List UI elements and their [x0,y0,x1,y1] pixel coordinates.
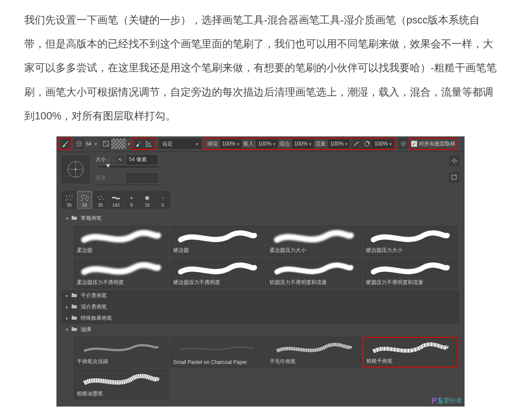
panel-gear-icon[interactable] [449,155,459,166]
brush-cell[interactable]: 软圆压力不透明度和流量 [267,258,361,288]
brush-preset-icon[interactable] [74,139,84,149]
brush-thumb[interactable]: 39 [62,191,76,208]
svg-point-36 [81,195,82,196]
oil-brush-grid: 干画笔尖浅描 Small Pastel on Charcoal Paper 干毛… [62,335,459,401]
smoothing-icon[interactable] [362,139,372,149]
brush-cell-rough-dry[interactable]: 粗糙干画笔 [363,337,458,367]
photoshop-panel: 54 ▾ ▾ 自定 ▾ 潮湿: 100%▾ 载入: 100%▾ 混合: 100%… [56,136,465,407]
sample-all-highlight: ✓ 对所有图层取样 [409,138,457,150]
chevron-down-icon: ▾ [66,216,71,221]
brush-cell[interactable]: 干画笔尖浅描 [74,337,168,367]
hardness-value[interactable] [127,174,157,182]
airbrush-icon[interactable] [351,139,362,149]
brush-cell[interactable]: 柔边圆压力大小 [267,226,361,256]
texture-swatch-icon[interactable] [111,139,126,149]
brush-cell[interactable]: 柔边圆 [74,226,168,256]
svg-point-30 [66,196,67,197]
brush-cell[interactable]: 硬圆压力不透明度和流量 [363,258,458,288]
chevron-right-icon: ▸ [66,316,71,321]
svg-point-7 [79,146,79,146]
brush-cell[interactable]: 硬边圆压力大小 [363,226,458,256]
clean-brush-icon[interactable] [144,139,154,149]
hardness-label: 硬度： [96,174,116,182]
svg-point-47 [102,198,103,199]
mix-value[interactable]: 100%▾ [292,139,314,148]
params-highlight: 潮湿: 100%▾ 载入: 100%▾ 混合: 100%▾ 流量: 100%▾ … [204,138,396,150]
watermark: PS 爱好者 www.psahz.com [432,397,462,406]
svg-point-40 [82,198,83,198]
brush-cell[interactable]: Small Pastel on Charcoal Paper [170,337,265,367]
wet-value[interactable]: 100%▾ [220,139,242,148]
brush-cell[interactable]: 干毛巾画笔 [267,337,361,367]
svg-point-1 [79,141,79,142]
brush-tree: ▾ 常规画笔 柔边圆 硬边圆 柔边圆压力大小 硬边圆压力大小 柔边圆压力不透明度… [62,213,459,401]
brush-thumb-row: 39 54 39 143 8 18 5 [62,191,459,208]
article-text: 我们先设置一下画笔（关键的一步），选择画笔工具-混合器画笔工具-湿介质画笔（ps… [24,14,497,122]
svg-line-17 [405,146,406,146]
svg-point-4 [79,143,79,144]
smoothing-value[interactable]: 100%▾ [372,139,394,148]
flow-value[interactable]: 100%▾ [328,139,350,148]
svg-line-18 [401,146,402,146]
svg-point-32 [72,196,73,197]
folder-oil[interactable]: ▾ 油漆 [62,324,459,335]
brush-cell[interactable]: 硬边圆 [170,226,265,256]
sample-all-label: 对所有图层取样 [419,140,455,148]
svg-point-46 [99,199,100,200]
brush-tip-preview[interactable] [62,155,89,183]
brush-thumb[interactable]: 8 [124,191,139,208]
folder-wet[interactable]: ▸ 湿介质画笔 [62,301,459,313]
svg-point-0 [77,142,78,142]
brush-size-number: 54 [86,141,91,146]
svg-point-24 [453,159,455,162]
size-value[interactable]: 54 像素 [127,155,157,164]
new-preset-icon[interactable] [449,172,459,182]
clean-brush-highlight [132,138,156,150]
folder-regular[interactable]: ▾ 常规画笔 [62,213,459,224]
load-brush-icon[interactable] [133,139,144,149]
svg-point-6 [77,145,78,146]
svg-line-19 [405,142,406,142]
load-label: 载入: [243,140,255,148]
brush-thumb[interactable]: 5 [155,191,170,208]
options-bar: 54 ▾ ▾ 自定 ▾ 潮湿: 100%▾ 载入: 100%▾ 混合: 100%… [56,136,465,152]
brush-cell[interactable]: 柔边圆压力不透明度 [74,258,168,288]
tool-icon-highlight [58,138,72,150]
svg-point-2 [80,142,81,142]
sample-all-layers-checkbox[interactable]: ✓ [411,141,417,147]
brush-settings-toggle-icon[interactable] [101,139,111,149]
load-value[interactable]: 100%▾ [256,139,278,148]
brush-thumb[interactable]: 143 [109,191,123,208]
svg-point-43 [81,200,82,201]
chevron-right-icon: ▸ [66,304,71,309]
svg-point-41 [85,198,86,199]
hardness-slider[interactable] [98,184,159,186]
folder-icon [71,292,78,299]
watermark-p: P [432,397,437,406]
brush-thumb[interactable]: 39 [93,191,108,208]
brush-cell[interactable]: 粗糙油墨笔 [74,369,168,400]
brush-cell[interactable]: 硬边圆压力不透明度 [170,258,265,288]
folder-icon [71,315,78,321]
svg-point-50 [146,197,148,199]
svg-point-23 [75,169,76,170]
brush-thumb[interactable]: 18 [140,191,155,208]
folder-special[interactable]: ▸ 特殊效果画笔 [62,313,459,324]
preset-dropdown[interactable]: 自定 ▾ [159,139,201,149]
watermark-cn: 爱好者 [444,397,462,405]
gear-icon[interactable] [398,139,409,149]
size-slider[interactable] [98,166,159,168]
folder-dry[interactable]: ▸ 干介质画笔 [62,290,459,301]
mixer-brush-tool-icon[interactable] [60,139,70,149]
reset-size-icon[interactable] [116,156,124,164]
brush-thumb[interactable]: 54 [77,191,92,208]
chevron-down-icon: ▾ [66,327,71,332]
chevron-down-icon[interactable]: ▾ [128,142,130,146]
chevron-down-icon[interactable]: ▾ [95,142,97,146]
folder-icon [71,304,78,310]
svg-point-39 [88,197,89,198]
svg-point-8 [80,145,81,146]
svg-point-31 [69,195,70,196]
svg-point-45 [101,196,102,197]
article-paragraph: 我们先设置一下画笔（关键的一步），选择画笔工具-混合器画笔工具-湿介质画笔（ps… [0,0,521,132]
